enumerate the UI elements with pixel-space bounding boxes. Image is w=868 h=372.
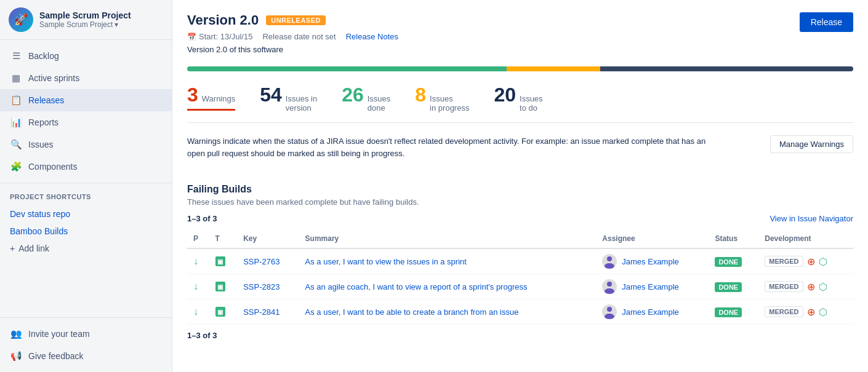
stat-warnings[interactable]: 3 Warnings <box>187 84 235 111</box>
sidebar-bottom: 👥 Invite your team 📢 Give feedback <box>0 317 172 372</box>
todo-label-2: to do <box>520 103 543 113</box>
sidebar: 🚀 Sample Scrum Project Sample Scrum Proj… <box>0 0 172 372</box>
stat-issues-todo[interactable]: 20 Issues to do <box>494 84 542 113</box>
assignee-cell: James Example <box>596 248 709 274</box>
assignee-cell: James Example <box>596 274 709 299</box>
sidebar-item-issues[interactable]: 🔍 Issues <box>0 133 172 156</box>
sidebar-item-reports[interactable]: 📊 Reports <box>0 111 172 133</box>
release-button[interactable]: Release <box>800 12 853 32</box>
assignee-avatar <box>602 279 617 294</box>
inprogress-label-1: Issues <box>430 94 469 103</box>
sidebar-item-label: Components <box>28 162 77 172</box>
status-badge: DONE <box>715 307 742 317</box>
priority-cell: ↓ <box>187 299 209 325</box>
view-in-navigator-link[interactable]: View in Issue Navigator <box>770 214 853 223</box>
progress-inprogress <box>507 66 600 71</box>
give-feedback-button[interactable]: 📢 Give feedback <box>0 345 172 367</box>
table-row: ↓ ▣ SSP-2841 As a user, I want to be abl… <box>187 299 853 325</box>
issues-icon: 🔍 <box>10 138 22 151</box>
version-info: Version 2.0 UNRELEASED 📅 Start: 13/Jul/1… <box>187 12 398 54</box>
col-header-priority: P <box>187 229 209 248</box>
col-header-assignee: Assignee <box>596 229 709 248</box>
progress-bar <box>187 66 853 71</box>
sidebar-item-label: Issues <box>28 140 53 149</box>
issue-summary-link[interactable]: As a user, I want to be able to create a… <box>305 307 519 317</box>
warnings-count: 3 <box>187 84 198 106</box>
sidebar-item-releases[interactable]: 📋 Releases <box>0 89 172 111</box>
project-sub: Sample Scrum Project ▾ <box>39 20 131 29</box>
assignee-name[interactable]: James Example <box>622 282 678 291</box>
issue-key-link[interactable]: SSP-2823 <box>243 282 279 291</box>
main-header: Version 2.0 UNRELEASED 📅 Start: 13/Jul/1… <box>187 12 853 54</box>
table-row: ↓ ▣ SSP-2823 As an agile coach, I want t… <box>187 274 853 299</box>
todo-count: 20 <box>494 84 516 106</box>
stat-issues-in-version[interactable]: 54 Issues in version <box>260 84 317 113</box>
key-cell: SSP-2763 <box>237 248 299 274</box>
shortcut-bamboo-builds[interactable]: Bamboo Builds <box>0 223 172 240</box>
issue-summary-link[interactable]: As a user, I want to view the issues in … <box>305 257 467 266</box>
table-row: ↓ ▣ SSP-2763 As a user, I want to view t… <box>187 248 853 274</box>
svg-point-5 <box>605 314 614 319</box>
col-header-type: T <box>209 229 238 248</box>
todo-label-1: Issues <box>520 94 543 103</box>
inprogress-count: 8 <box>415 84 426 106</box>
pagination-row-top: 1–3 of 3 View in Issue Navigator <box>187 214 853 223</box>
svg-point-0 <box>607 256 612 261</box>
assignee-name[interactable]: James Example <box>622 257 678 266</box>
releases-icon: 📋 <box>10 94 22 106</box>
dev-warning-icon: ⊕ <box>807 281 815 293</box>
issue-key-link[interactable]: SSP-2763 <box>243 257 279 266</box>
sidebar-item-active-sprints[interactable]: ▦ Active sprints <box>0 67 172 89</box>
add-link-button[interactable]: + Add link <box>0 240 172 257</box>
issue-summary-link[interactable]: As an agile coach, I want to view a repo… <box>305 282 528 291</box>
development-cell: MERGED ⊕ ⬡ <box>758 248 853 274</box>
manage-warnings-button[interactable]: Manage Warnings <box>770 135 853 153</box>
sidebar-item-components[interactable]: 🧩 Components <box>0 156 172 178</box>
type-cell: ▣ <box>209 248 238 274</box>
status-cell: DONE <box>709 299 758 325</box>
feedback-icon: 📢 <box>10 350 22 362</box>
issues-label-1: Issues in <box>286 94 317 103</box>
failing-builds-section: Failing Builds These issues have been ma… <box>187 184 853 340</box>
development-cell: MERGED ⊕ ⬡ <box>758 299 853 325</box>
key-cell: SSP-2841 <box>237 299 299 325</box>
project-avatar-icon: 🚀 <box>14 13 28 26</box>
plus-icon: + <box>10 243 15 253</box>
summary-cell: As a user, I want to be able to create a… <box>299 299 597 325</box>
svg-point-4 <box>607 307 612 312</box>
issues-count: 54 <box>260 84 282 106</box>
dev-git-icon: ⬡ <box>819 256 827 267</box>
stat-issues-inprogress[interactable]: 8 Issues in progress <box>415 84 469 113</box>
version-title-row: Version 2.0 UNRELEASED <box>187 12 398 28</box>
project-name: Sample Scrum Project <box>39 10 131 20</box>
done-count: 26 <box>342 84 364 106</box>
svg-point-2 <box>607 282 612 287</box>
invite-team-button[interactable]: 👥 Invite your team <box>0 323 172 345</box>
dev-warning-icon: ⊕ <box>807 306 815 318</box>
project-header[interactable]: 🚀 Sample Scrum Project Sample Scrum Proj… <box>0 0 172 40</box>
assignee-name[interactable]: James Example <box>622 307 678 317</box>
pagination-top: 1–3 of 3 <box>187 214 217 223</box>
status-cell: DONE <box>709 274 758 299</box>
shortcut-dev-status-repo[interactable]: Dev status repo <box>0 205 172 223</box>
status-cell: DONE <box>709 248 758 274</box>
version-title: Version 2.0 <box>187 12 259 28</box>
progress-todo <box>600 66 853 71</box>
project-info: Sample Scrum Project Sample Scrum Projec… <box>39 10 131 29</box>
col-header-status: Status <box>709 229 758 248</box>
reports-icon: 📊 <box>10 116 22 129</box>
summary-cell: As a user, I want to view the issues in … <box>299 248 597 274</box>
stat-issues-done[interactable]: 26 Issues done <box>342 84 390 113</box>
release-notes-link[interactable]: Release Notes <box>346 32 398 41</box>
sidebar-item-backlog[interactable]: ☰ Backlog <box>0 45 172 67</box>
unreleased-badge: UNRELEASED <box>266 15 326 25</box>
merged-badge: MERGED <box>765 281 803 292</box>
type-icon: ▣ <box>215 256 225 266</box>
warnings-label: Warnings <box>202 94 235 103</box>
progress-done <box>187 66 507 71</box>
summary-cell: As an agile coach, I want to view a repo… <box>299 274 597 299</box>
issues-table-body: ↓ ▣ SSP-2763 As a user, I want to view t… <box>187 248 853 325</box>
components-icon: 🧩 <box>10 160 22 173</box>
pagination-row-bottom: 1–3 of 3 <box>187 331 853 340</box>
issue-key-link[interactable]: SSP-2841 <box>243 307 279 317</box>
